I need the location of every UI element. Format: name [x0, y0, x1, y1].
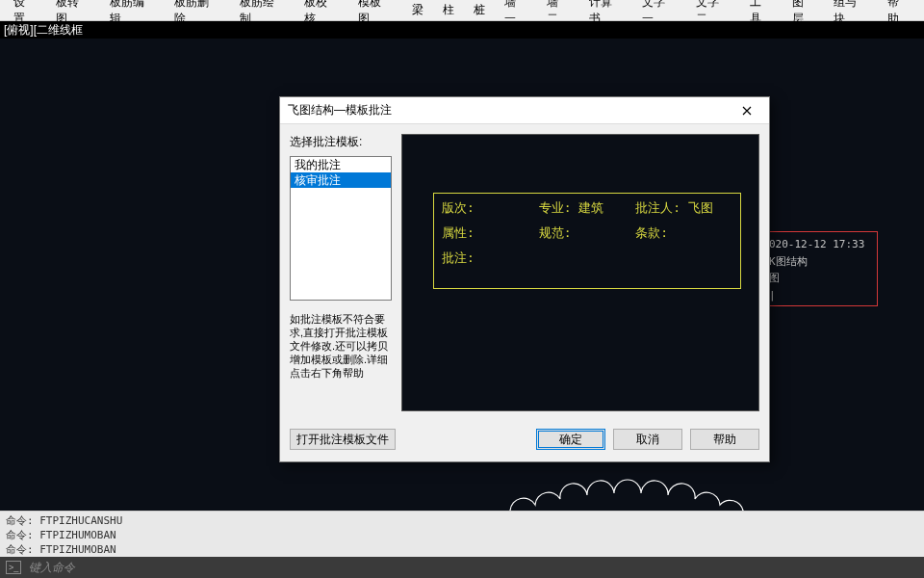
open-template-file-button[interactable]: 打开批注模板文件	[290, 429, 396, 450]
help-button[interactable]: 帮助	[690, 429, 759, 450]
template-annotation-dialog: 飞图结构—模板批注 选择批注模板: 我的批注核审批注 如批注模板不符合要求,直接…	[279, 96, 770, 462]
menu-item[interactable]: 模板图	[348, 0, 402, 30]
command-input-bar[interactable]: >_ 键入命令	[0, 557, 924, 578]
field-discipline: 专业: 建筑	[539, 199, 636, 217]
command-history-line: 命令: FTPIZHUMOBAN	[6, 542, 918, 557]
command-prompt-icon: >_	[6, 561, 21, 574]
command-history: 命令: FTPIZHUCANSHU命令: FTPIZHUMOBAN命令: FTP…	[0, 511, 924, 557]
list-item[interactable]: 核审批注	[291, 172, 391, 188]
hint-text: 如批注模板不符合要求,直接打开批注模板文件修改.还可以拷贝增加模板或删除.详细点…	[290, 312, 392, 380]
command-history-line: 命令: FTPIZHUMOBAN	[6, 528, 918, 542]
menu-item[interactable]: 计算书	[579, 0, 633, 30]
main-menubar: 设置板转图板筋编辑板筋删除板筋绘制板校核模板图梁柱桩墙一墙二计算书文字一文字二工…	[0, 0, 924, 21]
stamp-line: 020-12-12 17:33	[769, 236, 871, 253]
menu-item[interactable]: 帮助	[878, 0, 920, 30]
stamp-line: 图	[769, 270, 871, 287]
menu-item[interactable]: 工具	[740, 0, 783, 30]
menu-item[interactable]: 墙二	[537, 0, 579, 30]
menu-item[interactable]: 桩	[464, 0, 495, 21]
menu-item[interactable]: 板筋绘制	[230, 0, 295, 30]
cancel-button[interactable]: 取消	[613, 429, 682, 450]
stamp-line: K图结构	[769, 253, 871, 271]
field-revision: 版次:	[442, 199, 539, 217]
field-annotator: 批注人: 飞图	[635, 199, 732, 217]
menu-item[interactable]: 文字一	[632, 0, 686, 30]
list-item[interactable]: 我的批注	[291, 157, 391, 172]
menu-item[interactable]: 组与块	[824, 0, 878, 30]
field-clause: 条款:	[635, 224, 732, 242]
menu-item[interactable]: 柱	[433, 0, 464, 21]
command-input[interactable]: 键入命令	[29, 560, 75, 576]
menu-item[interactable]: 梁	[402, 0, 433, 21]
ok-button[interactable]: 确定	[536, 429, 605, 450]
dialog-titlebar: 飞图结构—模板批注	[280, 97, 769, 124]
template-listbox[interactable]: 我的批注核审批注	[290, 156, 392, 301]
menu-item[interactable]: 板筋删除	[165, 0, 230, 30]
menu-item[interactable]: 图层	[783, 0, 825, 30]
menu-item[interactable]: 板校核	[295, 0, 348, 30]
annotation-stamp: 020-12-12 17:33 K图结构 图 |	[762, 231, 878, 306]
close-button[interactable]	[732, 100, 761, 121]
dialog-title-text: 飞图结构—模板批注	[288, 102, 392, 118]
menu-item[interactable]: 墙一	[495, 0, 537, 30]
stamp-line: |	[769, 287, 871, 304]
menu-item[interactable]: 板筋编辑	[100, 0, 166, 30]
template-preview: 版次: 专业: 建筑 批注人: 飞图 属性: 规范: 条款: 批注:	[401, 134, 759, 411]
menu-item[interactable]: 文字二	[686, 0, 740, 30]
field-comment: 批注:	[442, 250, 732, 267]
field-attribute: 属性:	[442, 224, 539, 242]
annotation-frame: 版次: 专业: 建筑 批注人: 飞图 属性: 规范: 条款: 批注:	[433, 193, 741, 289]
command-history-line: 命令: FTPIZHUCANSHU	[6, 513, 918, 528]
field-standard: 规范:	[539, 224, 636, 242]
close-icon	[742, 106, 752, 116]
template-list-label: 选择批注模板:	[290, 134, 392, 150]
